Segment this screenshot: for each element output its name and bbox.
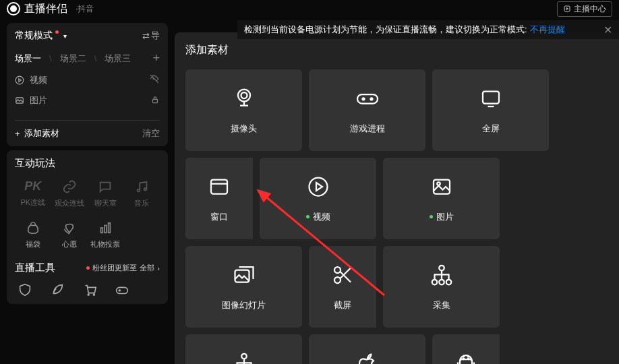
svg-rect-16 (434, 179, 450, 193)
svg-point-31 (468, 358, 469, 359)
source-screenshot[interactable]: 截屏 (309, 246, 376, 328)
window-icon (207, 175, 231, 199)
gamepad-icon (355, 86, 380, 111)
power-notice-bar: 检测到当前设备电源计划为节能，为保证直播流畅，建议切换为正常模式: 不再提醒 ✕ (237, 20, 619, 39)
luckybag-button[interactable]: 福袋 (15, 220, 51, 249)
app-header: 直播伴侣 ·抖音 主播中心 (0, 0, 619, 18)
source-blackmagic[interactable]: Blackmagic设备 (185, 334, 302, 364)
video-source-item[interactable]: 视频 (15, 74, 47, 86)
cart-icon[interactable] (82, 282, 97, 297)
camera-icon (232, 86, 256, 111)
source-window[interactable]: 窗口 (185, 158, 253, 239)
leaf-icon[interactable] (50, 282, 65, 297)
svg-point-9 (241, 92, 247, 98)
notice-text: 检测到当前设备电源计划为节能，为保证直播流畅，建议切换为正常模式: (244, 24, 527, 36)
bag-icon (26, 220, 40, 235)
clear-button[interactable]: 清空 (142, 127, 160, 140)
wish-button[interactable]: 心愿 (51, 220, 88, 249)
interact-title: 互动玩法 (15, 157, 160, 170)
hierarchy-icon (430, 263, 454, 287)
source-game[interactable]: 游戏进程 (309, 69, 425, 151)
svg-point-30 (463, 358, 464, 359)
scissors-icon (330, 263, 355, 287)
svg-point-11 (362, 98, 364, 100)
svg-rect-5 (105, 225, 107, 233)
play-icon (15, 75, 24, 85)
source-camera[interactable]: 摄像头 (185, 69, 302, 151)
svg-rect-4 (101, 228, 103, 233)
chatroom-button[interactable]: 聊天室 (88, 179, 124, 208)
gift-vote-button[interactable]: 礼物投票 (88, 220, 124, 249)
wish-icon (62, 220, 77, 235)
notification-dot (86, 266, 90, 270)
fans-update-link[interactable]: 粉丝团更新至 全部 › (86, 263, 160, 273)
link-icon (62, 179, 77, 194)
app-title: 直播伴侣 (24, 2, 67, 16)
source-slideshow[interactable]: 图像幻灯片 (185, 246, 302, 328)
pk-icon: PK (24, 179, 41, 193)
svg-rect-29 (460, 359, 472, 365)
svg-point-15 (309, 177, 327, 195)
svg-point-12 (370, 98, 372, 100)
stream-center-button[interactable]: 主播中心 (557, 1, 612, 17)
svg-point-21 (439, 265, 444, 270)
indicator-dot (306, 215, 310, 218)
scene-tabs: 场景一 \ 场景二 \ 场景三 + (15, 51, 160, 65)
interact-panel: 互动玩法 PK PK连线 观众连线 聊天室 音乐 (7, 150, 168, 304)
image-source-item[interactable]: 图片 (15, 94, 47, 107)
import-button[interactable]: ⇄ 导 (142, 30, 160, 42)
svg-point-8 (238, 89, 250, 101)
slideshow-icon (232, 263, 256, 287)
scene-tab-3[interactable]: 场景三 (105, 53, 131, 65)
svg-rect-14 (211, 179, 227, 193)
svg-point-1 (16, 76, 24, 84)
source-grid: 摄像头 游戏进程 全屏 窗口 视频 图片 (185, 69, 619, 364)
tools-title: 直播工具 (15, 262, 55, 274)
apple-icon (355, 351, 380, 365)
mode-dropdown[interactable]: 常规模式 (15, 30, 67, 42)
android-icon (454, 351, 478, 365)
svg-point-25 (241, 353, 247, 359)
svg-rect-7 (117, 287, 128, 293)
svg-rect-6 (109, 223, 111, 233)
hierarchy-icon (232, 351, 256, 365)
source-image[interactable]: 图片 (383, 158, 500, 239)
source-fullscreen[interactable]: 全屏 (432, 69, 549, 151)
indicator-dot (430, 215, 433, 218)
play-circle-icon (306, 175, 330, 199)
shield-icon[interactable] (18, 282, 32, 297)
scene-panel: 常规模式 ⇄ 导 场景一 \ 场景二 \ 场景三 + 视频 (7, 23, 168, 146)
lock-icon[interactable] (150, 95, 160, 107)
scene-tab-1[interactable]: 场景一 (15, 53, 41, 65)
notification-dot (55, 30, 59, 34)
gamepad-icon[interactable] (115, 282, 129, 297)
scene-tab-2[interactable]: 场景二 (60, 53, 86, 65)
audience-connect-button[interactable]: 观众连线 (51, 179, 88, 208)
source-capture[interactable]: 采集 (383, 246, 500, 328)
chevron-right-icon: › (157, 264, 160, 272)
swap-icon: ⇄ (142, 31, 150, 41)
close-icon[interactable]: ✕ (603, 24, 612, 36)
left-panel: 常规模式 ⇄ 导 场景一 \ 场景二 \ 场景三 + 视频 (0, 18, 175, 364)
monitor-icon (479, 86, 503, 111)
source-ios-cast[interactable]: 投屏(iOS) (309, 334, 425, 364)
svg-point-17 (437, 182, 440, 185)
visibility-icon[interactable] (149, 73, 160, 86)
svg-rect-3 (153, 99, 158, 102)
music-button[interactable]: 音乐 (123, 179, 160, 208)
pk-connect-button[interactable]: PK PK连线 (15, 179, 51, 208)
notice-dismiss-link[interactable]: 不再提醒 (530, 24, 565, 36)
music-icon (134, 179, 149, 194)
source-android-cast[interactable]: 投屏(Android) (432, 334, 500, 364)
svg-point-22 (432, 279, 437, 284)
image-icon (430, 175, 454, 199)
vote-icon (98, 220, 113, 235)
svg-point-24 (446, 279, 451, 284)
svg-rect-0 (564, 6, 570, 11)
add-material-button[interactable]: + 添加素材 (15, 127, 59, 140)
modal-title: 添加素材 (185, 43, 619, 57)
source-video[interactable]: 视频 (260, 158, 376, 239)
add-scene-button[interactable]: + (152, 51, 160, 65)
svg-rect-10 (357, 94, 378, 104)
add-source-modal: 添加素材 摄像头 游戏进程 全屏 窗口 视频 (175, 32, 619, 364)
